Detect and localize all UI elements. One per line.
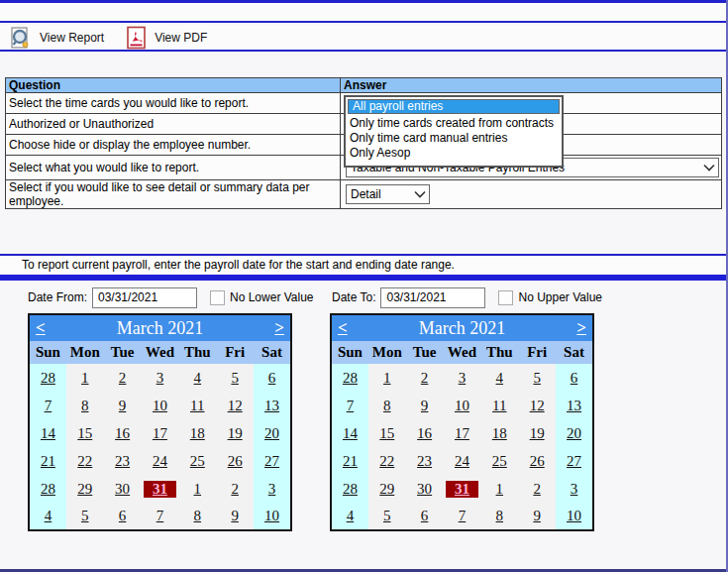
calendar-day-cell[interactable]: 20 [556, 419, 593, 447]
calendar-day-link[interactable]: 28 [41, 481, 55, 497]
calendar-day-cell[interactable]: 12 [216, 392, 254, 419]
calendar-day-link[interactable]: 28 [41, 370, 55, 386]
calendar-day-link[interactable]: 4 [347, 508, 355, 523]
calendar-day-link[interactable]: 6 [268, 370, 276, 386]
calendar-day-cell[interactable]: 3 [444, 364, 481, 392]
calendar-day-link[interactable]: 8 [194, 508, 202, 523]
calendar-day-cell[interactable]: 9 [216, 503, 254, 530]
calendar-day-cell[interactable]: 2 [518, 475, 556, 503]
calendar-day-link[interactable]: 3 [459, 370, 467, 386]
calendar-day-cell[interactable]: 21 [331, 447, 368, 475]
calendar-day-link[interactable]: 19 [530, 425, 545, 441]
calendar-day-link[interactable]: 9 [119, 398, 127, 413]
calendar-day-cell[interactable]: 7 [444, 503, 481, 530]
calendar-day-link[interactable]: 9 [231, 508, 239, 523]
calendar-day-cell[interactable]: 1 [66, 364, 104, 392]
calendar-day-link[interactable]: 24 [153, 453, 167, 469]
calendar-day-link[interactable]: 4 [496, 370, 504, 386]
calendar-day-link[interactable]: 24 [455, 453, 469, 469]
calendar-day-link[interactable]: 12 [228, 398, 243, 413]
calendar-day-cell[interactable]: 11 [480, 392, 518, 419]
calendar-day-link[interactable]: 10 [153, 398, 167, 413]
calendar-day-link[interactable]: 7 [347, 398, 355, 413]
calendar-day-link[interactable]: 31 [455, 481, 469, 497]
calendar-day-link[interactable]: 7 [459, 508, 467, 523]
calendar-day-link[interactable]: 7 [45, 398, 52, 413]
calendar-day-link[interactable]: 2 [119, 370, 127, 386]
calendar-next-link[interactable]: > [254, 314, 291, 341]
calendar-day-link[interactable]: 23 [115, 453, 130, 469]
calendar-day-link[interactable]: 6 [571, 370, 578, 386]
calendar-day-link[interactable]: 2 [421, 370, 429, 386]
calendar-day-cell[interactable]: 17 [444, 419, 481, 447]
calendar-day-cell[interactable]: 24 [142, 447, 179, 475]
calendar-day-cell[interactable]: 4 [331, 503, 368, 530]
calendar-day-link[interactable]: 1 [383, 370, 391, 386]
calendar-day-link[interactable]: 30 [417, 481, 432, 497]
calendar-day-cell[interactable]: 19 [518, 419, 556, 447]
calendar-day-cell[interactable]: 21 [29, 447, 66, 475]
calendar-day-cell[interactable]: 7 [29, 392, 66, 419]
calendar-day-cell[interactable]: 9 [406, 392, 444, 419]
calendar-day-link[interactable]: 18 [190, 425, 205, 441]
calendar-day-link[interactable]: 3 [268, 481, 276, 497]
calendar-day-cell[interactable]: 7 [331, 392, 368, 419]
calendar-day-link[interactable]: 7 [156, 508, 164, 523]
calendar-day-cell[interactable]: 8 [368, 392, 406, 419]
calendar-day-link[interactable]: 29 [77, 481, 92, 497]
calendar-day-cell[interactable]: 29 [368, 475, 406, 503]
calendar-day-cell[interactable]: 25 [480, 447, 518, 475]
calendar-day-link[interactable]: 11 [190, 398, 204, 413]
calendar-day-cell[interactable]: 17 [142, 419, 179, 447]
dropdown-option[interactable]: All payroll entries [348, 99, 560, 114]
calendar-day-cell[interactable]: 2 [104, 364, 142, 392]
detail-summary-select[interactable]: Detail [346, 184, 430, 204]
calendar-day-cell[interactable]: 28 [331, 475, 368, 503]
calendar-day-link[interactable]: 17 [153, 425, 167, 441]
date-to-input[interactable] [380, 287, 485, 308]
calendar-day-link[interactable]: 11 [492, 398, 506, 413]
calendar-day-link[interactable]: 5 [231, 370, 239, 386]
calendar-day-cell[interactable]: 23 [406, 447, 444, 475]
calendar-day-link[interactable]: 13 [264, 398, 279, 413]
calendar-day-cell[interactable]: 10 [556, 503, 593, 530]
calendar-day-cell[interactable]: 29 [66, 475, 104, 503]
view-report-button[interactable]: View Report [9, 26, 104, 50]
calendar-day-link[interactable]: 5 [383, 508, 391, 523]
calendar-day-cell[interactable]: 2 [216, 475, 254, 503]
calendar-day-link[interactable]: 18 [492, 425, 507, 441]
calendar-day-link[interactable]: 8 [496, 508, 504, 523]
calendar-day-cell[interactable]: 31 [142, 475, 179, 503]
calendar-day-link[interactable]: 23 [417, 453, 432, 469]
calendar-day-cell[interactable]: 2 [406, 364, 444, 392]
calendar-day-cell[interactable]: 30 [104, 475, 142, 503]
calendar-day-cell[interactable]: 8 [66, 392, 104, 419]
calendar-day-link[interactable]: 26 [228, 453, 243, 469]
calendar-day-cell[interactable]: 26 [518, 447, 556, 475]
calendar-next-link[interactable]: > [556, 314, 593, 341]
date-from-input[interactable] [92, 287, 197, 308]
calendar-day-link[interactable]: 6 [421, 508, 429, 523]
calendar-day-link[interactable]: 22 [77, 453, 92, 469]
calendar-day-link[interactable]: 30 [115, 481, 130, 497]
calendar-day-cell[interactable]: 27 [556, 447, 593, 475]
calendar-day-link[interactable]: 1 [496, 481, 504, 497]
calendar-day-link[interactable]: 15 [379, 425, 394, 441]
calendar-day-link[interactable]: 10 [264, 508, 279, 523]
calendar-day-link[interactable]: 15 [77, 425, 92, 441]
calendar-day-cell[interactable]: 3 [556, 475, 593, 503]
calendar-day-cell[interactable]: 28 [29, 364, 66, 392]
calendar-day-cell[interactable]: 10 [142, 392, 179, 419]
calendar-day-cell[interactable]: 13 [556, 392, 593, 419]
calendar-day-link[interactable]: 26 [530, 453, 545, 469]
calendar-day-cell[interactable]: 1 [368, 364, 406, 392]
no-upper-value-checkbox[interactable] [498, 290, 513, 305]
calendar-day-link[interactable]: 3 [571, 481, 578, 497]
calendar-day-cell[interactable]: 4 [480, 364, 518, 392]
calendar-day-link[interactable]: 28 [343, 481, 358, 497]
calendar-day-link[interactable]: 28 [343, 370, 358, 386]
calendar-prev-link[interactable]: < [29, 314, 66, 341]
calendar-day-cell[interactable]: 5 [368, 503, 406, 530]
view-pdf-button[interactable]: View PDF [126, 26, 207, 50]
calendar-day-cell[interactable]: 25 [178, 447, 216, 475]
